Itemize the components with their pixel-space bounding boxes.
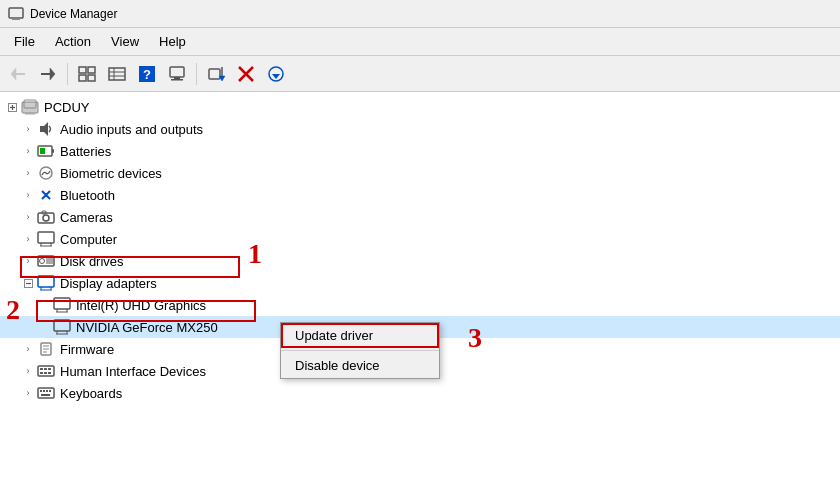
menu-help[interactable]: Help bbox=[149, 30, 196, 53]
toolbar-disable-btn[interactable] bbox=[232, 60, 260, 88]
audio-expander[interactable]: › bbox=[20, 121, 36, 137]
hid-label: Human Interface Devices bbox=[60, 364, 206, 379]
svg-rect-75 bbox=[38, 388, 54, 398]
toolbar-rollback-btn[interactable] bbox=[262, 60, 290, 88]
firmware-expander[interactable]: › bbox=[20, 341, 36, 357]
tree-item-audio[interactable]: › Audio inputs and outputs bbox=[0, 118, 840, 140]
toolbar-back-btn[interactable] bbox=[4, 60, 32, 88]
menu-file[interactable]: File bbox=[4, 30, 45, 53]
disk-expander[interactable]: › bbox=[20, 253, 36, 269]
audio-label: Audio inputs and outputs bbox=[60, 122, 203, 137]
menu-action[interactable]: Action bbox=[45, 30, 101, 53]
title-bar: Device Manager bbox=[0, 0, 840, 28]
computer-expander[interactable]: › bbox=[20, 231, 36, 247]
svg-rect-73 bbox=[44, 372, 47, 374]
svg-rect-17 bbox=[174, 77, 180, 79]
tree-item-cameras[interactable]: › Cameras bbox=[0, 206, 840, 228]
root-label: PCDUY bbox=[44, 100, 90, 115]
toolbar-forward-btn[interactable] bbox=[34, 60, 62, 88]
disk-icon bbox=[36, 252, 56, 270]
cameras-icon bbox=[36, 208, 56, 226]
context-menu: Update driver Disable device bbox=[280, 322, 440, 379]
title-bar-icon bbox=[8, 6, 24, 22]
svg-rect-52 bbox=[38, 276, 54, 287]
intel-label: Intel(R) UHD Graphics bbox=[76, 298, 206, 313]
bluetooth-label: Bluetooth bbox=[60, 188, 115, 203]
bluetooth-expander[interactable]: › bbox=[20, 187, 36, 203]
display-expander[interactable] bbox=[20, 275, 36, 291]
toolbar-sep-1 bbox=[67, 63, 68, 85]
menu-view[interactable]: View bbox=[101, 30, 149, 53]
nvidia-icon bbox=[52, 318, 72, 336]
hid-icon bbox=[36, 362, 56, 380]
svg-rect-32 bbox=[25, 113, 35, 115]
svg-rect-18 bbox=[171, 79, 183, 81]
tree-item-keyboards[interactable]: › Keyboards bbox=[0, 382, 840, 404]
svg-rect-6 bbox=[79, 67, 86, 73]
toolbar-list-btn[interactable] bbox=[103, 60, 131, 88]
main-area: PCDUY › Audio inputs and outputs › bbox=[0, 92, 840, 500]
audio-icon bbox=[36, 120, 56, 138]
toolbar: ? bbox=[0, 56, 840, 92]
biometric-expander[interactable]: › bbox=[20, 165, 36, 181]
tree-item-biometric[interactable]: › Biometric devices bbox=[0, 162, 840, 184]
svg-rect-35 bbox=[52, 149, 54, 153]
svg-rect-16 bbox=[170, 67, 184, 77]
svg-rect-80 bbox=[41, 394, 50, 396]
svg-rect-71 bbox=[48, 368, 51, 370]
display-label: Display adapters bbox=[60, 276, 157, 291]
batteries-icon bbox=[36, 142, 56, 160]
tree-item-batteries[interactable]: › Batteries bbox=[0, 140, 840, 162]
svg-rect-56 bbox=[54, 298, 70, 309]
context-menu-update[interactable]: Update driver bbox=[281, 323, 439, 348]
tree-item-bluetooth[interactable]: › Bluetooth bbox=[0, 184, 840, 206]
svg-rect-74 bbox=[48, 372, 51, 374]
svg-rect-41 bbox=[38, 232, 54, 243]
toolbar-scan-btn[interactable] bbox=[163, 60, 191, 88]
svg-rect-1 bbox=[12, 18, 20, 20]
svg-rect-79 bbox=[49, 390, 51, 392]
svg-rect-19 bbox=[209, 69, 220, 79]
svg-rect-7 bbox=[88, 67, 95, 73]
toolbar-properties-btn[interactable] bbox=[73, 60, 101, 88]
batteries-expander[interactable]: › bbox=[20, 143, 36, 159]
root-icon bbox=[20, 98, 40, 116]
svg-rect-9 bbox=[88, 75, 95, 81]
intel-icon bbox=[52, 296, 72, 314]
tree-item-display[interactable]: Display adapters bbox=[0, 272, 840, 294]
svg-rect-70 bbox=[44, 368, 47, 370]
bluetooth-icon bbox=[36, 186, 56, 204]
intel-expander bbox=[36, 297, 52, 313]
svg-rect-36 bbox=[40, 148, 45, 154]
tree-item-intel[interactable]: Intel(R) UHD Graphics bbox=[0, 294, 840, 316]
keyboards-expander[interactable]: › bbox=[20, 385, 36, 401]
tree-root[interactable]: PCDUY bbox=[0, 96, 840, 118]
svg-marker-33 bbox=[40, 122, 48, 136]
svg-rect-69 bbox=[40, 368, 43, 370]
svg-rect-0 bbox=[9, 8, 23, 18]
context-menu-separator bbox=[281, 350, 439, 351]
display-icon bbox=[36, 274, 56, 292]
computer-icon bbox=[36, 230, 56, 248]
hid-expander[interactable]: › bbox=[20, 363, 36, 379]
svg-rect-8 bbox=[79, 75, 86, 81]
svg-rect-3 bbox=[14, 73, 25, 75]
nvidia-label: NVIDIA GeForce MX250 bbox=[76, 320, 218, 335]
svg-point-39 bbox=[43, 215, 49, 221]
root-expander[interactable] bbox=[4, 99, 20, 115]
toolbar-help-btn[interactable]: ? bbox=[133, 60, 161, 88]
tree-item-disk[interactable]: › Disk drives bbox=[0, 250, 840, 272]
toolbar-driver-update-btn[interactable] bbox=[202, 60, 230, 88]
biometric-label: Biometric devices bbox=[60, 166, 162, 181]
nvidia-expander bbox=[36, 319, 52, 335]
cameras-expander[interactable]: › bbox=[20, 209, 36, 225]
computer-label: Computer bbox=[60, 232, 117, 247]
tree-item-computer[interactable]: › Computer bbox=[0, 228, 840, 250]
disk-label: Disk drives bbox=[60, 254, 124, 269]
title-bar-text: Device Manager bbox=[30, 7, 117, 21]
context-menu-disable[interactable]: Disable device bbox=[281, 353, 439, 378]
toolbar-sep-2 bbox=[196, 63, 197, 85]
svg-text:?: ? bbox=[143, 67, 151, 82]
tree-panel[interactable]: PCDUY › Audio inputs and outputs › bbox=[0, 92, 840, 500]
svg-rect-77 bbox=[43, 390, 45, 392]
